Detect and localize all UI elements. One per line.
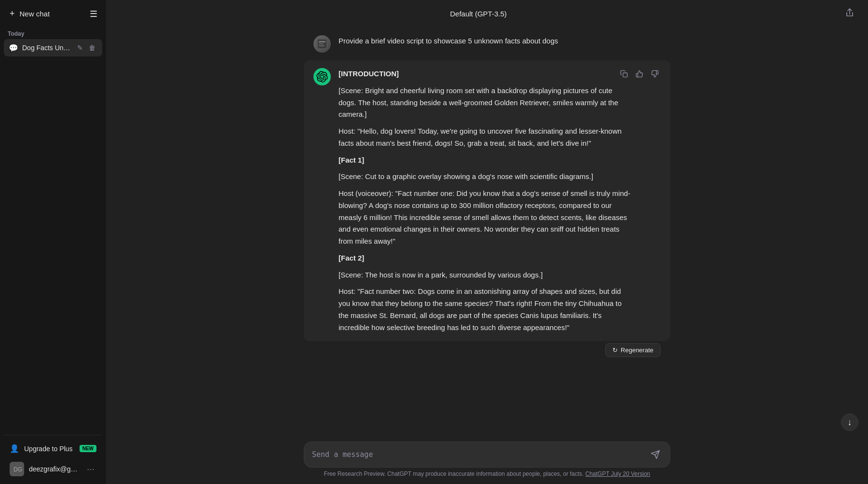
response-para-6: [Fact 2] xyxy=(339,252,632,264)
scroll-down-icon: ↓ xyxy=(848,417,852,428)
chat-history-label: Dog Facts Unleashed xyxy=(22,44,71,52)
response-para-3: [Fact 1] xyxy=(339,154,632,166)
response-para-8: Host: "Fact number two: Dogs come in an … xyxy=(339,286,632,333)
chat-history-icon: 💬 xyxy=(9,43,18,53)
svg-text:DG: DG xyxy=(14,466,22,473)
avatar: DG xyxy=(10,462,24,476)
disclaimer-link[interactable]: ChatGPT July 20 Version xyxy=(585,470,651,477)
delete-chat-button[interactable]: 🗑 xyxy=(87,43,97,53)
send-button[interactable] xyxy=(649,448,662,461)
response-para-5: Host (voiceover): "Fact number one: Did … xyxy=(339,188,632,248)
scroll-down-button[interactable]: ↓ xyxy=(841,414,858,431)
plus-icon: + xyxy=(10,9,15,19)
message-actions xyxy=(618,68,661,81)
sidebar: + New chat ☰ Today 💬 Dog Facts Unleashed… xyxy=(0,0,106,484)
copy-message-button[interactable] xyxy=(618,68,630,81)
topbar: Default (GPT-3.5) xyxy=(106,0,868,28)
response-para-2: Host: "Hello, dog lovers! Today, we're g… xyxy=(339,125,632,150)
svg-rect-5 xyxy=(319,43,324,44)
response-para-0: [INTRODUCTION] xyxy=(339,68,632,80)
person-icon: 👤 xyxy=(10,444,19,453)
collapse-sidebar-button[interactable]: ☰ xyxy=(85,5,102,23)
chat-history-item[interactable]: 💬 Dog Facts Unleashed ✎ 🗑 xyxy=(4,39,102,56)
disclaimer-text: Free Research Preview. ChatGPT may produ… xyxy=(324,470,584,477)
new-chat-label: New chat xyxy=(20,10,50,18)
user-email: deezgrafix@gmail.com xyxy=(29,465,80,473)
today-section-label: Today xyxy=(4,28,102,39)
chat-history-actions: ✎ 🗑 xyxy=(75,43,97,53)
share-button[interactable] xyxy=(841,6,858,22)
svg-rect-7 xyxy=(623,73,627,77)
upgrade-to-plus-button[interactable]: 👤 Upgrade to Plus NEW xyxy=(4,439,102,458)
svg-rect-4 xyxy=(319,41,326,42)
input-container xyxy=(304,442,670,468)
thumbs-up-button[interactable] xyxy=(634,68,645,81)
sidebar-bottom: 👤 Upgrade to Plus NEW DG deezgrafix@gmai… xyxy=(4,435,102,480)
response-para-1: [Scene: Bright and cheerful living room … xyxy=(339,85,632,121)
thumbs-down-button[interactable] xyxy=(649,68,661,81)
new-badge: NEW xyxy=(80,445,96,452)
response-para-4: [Scene: Cut to a graphic overlay showing… xyxy=(339,171,632,183)
user-message: Provide a brief video script to showcase… xyxy=(304,28,670,60)
regenerate-button[interactable]: ↻ Regenerate xyxy=(605,343,661,357)
user-row[interactable]: DG deezgrafix@gmail.com ⋯ xyxy=(4,458,102,480)
regenerate-label: Regenerate xyxy=(621,346,653,354)
regenerate-area: ↻ Regenerate xyxy=(304,341,670,359)
user-more-button[interactable]: ⋯ xyxy=(85,464,96,475)
assistant-message: [INTRODUCTION] [Scene: Bright and cheerf… xyxy=(304,60,670,341)
chat-area: Provide a brief video script to showcase… xyxy=(106,28,868,436)
input-area: Free Research Preview. ChatGPT may produ… xyxy=(106,436,868,484)
regenerate-icon: ↻ xyxy=(612,346,618,354)
model-title: Default (GPT-3.5) xyxy=(450,10,507,18)
main-panel: Default (GPT-3.5) xyxy=(106,0,868,484)
edit-chat-button[interactable]: ✎ xyxy=(75,43,85,53)
response-para-7: [Scene: The host is now in a park, surro… xyxy=(339,269,632,281)
user-message-text: Provide a brief video script to showcase… xyxy=(339,35,661,47)
sidebar-icon: ☰ xyxy=(90,9,97,19)
disclaimer: Free Research Preview. ChatGPT may produ… xyxy=(324,468,651,481)
avatar xyxy=(313,35,331,53)
message-input[interactable] xyxy=(312,449,644,460)
svg-rect-6 xyxy=(319,45,325,46)
chatgpt-avatar xyxy=(313,68,331,85)
user-message-content: Provide a brief video script to showcase… xyxy=(339,35,661,47)
assistant-message-content: [INTRODUCTION] [Scene: Bright and cheerf… xyxy=(339,68,661,333)
new-chat-button[interactable]: + New chat xyxy=(4,4,85,24)
upgrade-label: Upgrade to Plus xyxy=(24,445,72,453)
